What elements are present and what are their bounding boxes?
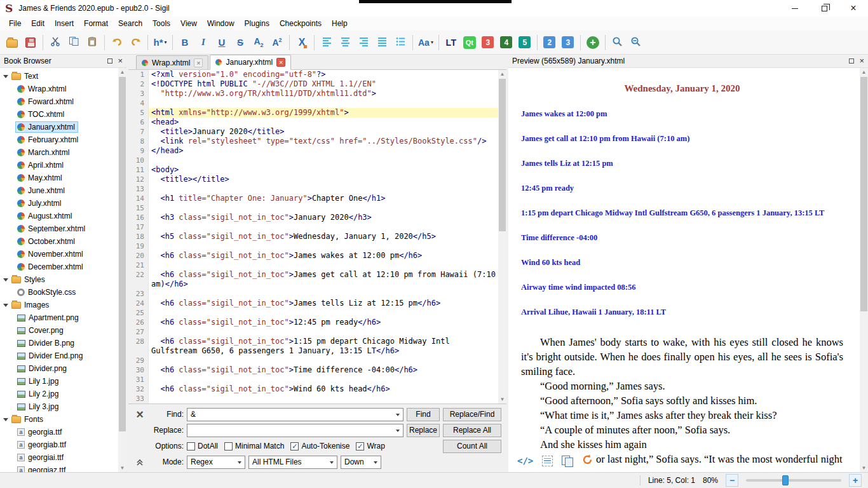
menu-view[interactable]: View: [175, 17, 202, 30]
code-line[interactable]: 19: [128, 241, 498, 251]
toolbar-heading-style-button[interactable]: h*▾: [151, 33, 169, 52]
code-line[interactable]: 6<head>: [128, 118, 498, 127]
code-line[interactable]: 11<body>: [128, 165, 498, 175]
tree-file-georgiab.ttf[interactable]: ageorgiab.ttf: [0, 438, 126, 451]
tree-file-june.xhtml[interactable]: June.xhtml: [0, 184, 126, 197]
tree-file-may.xhtml[interactable]: May.xhtml: [0, 172, 126, 184]
option-dotall[interactable]: DotAll: [187, 442, 218, 451]
scroll-up-icon[interactable]: ▲: [498, 70, 506, 78]
tree-file-divider-end.png[interactable]: Divider End.png: [0, 349, 126, 362]
tree-file-december.xhtml[interactable]: December.xhtml: [0, 261, 126, 273]
scroll-down-icon[interactable]: ▼: [860, 464, 868, 472]
tab-wrap.xhtml[interactable]: Wrap.xhtml×: [136, 55, 208, 69]
checkbox-icon[interactable]: [224, 442, 233, 451]
menu-insert[interactable]: Insert: [50, 17, 79, 30]
option-wrap[interactable]: ✓Wrap: [356, 442, 384, 451]
refresh-icon[interactable]: [581, 454, 593, 468]
tree-file-october.xhtml[interactable]: October.xhtml: [0, 235, 126, 248]
menu-help[interactable]: Help: [327, 17, 353, 30]
toolbar-align-justify-button[interactable]: [373, 33, 391, 52]
toolbar-superscript-button[interactable]: A2: [268, 33, 286, 52]
checkbox-icon[interactable]: ✓: [290, 442, 299, 451]
toolbar-list-button[interactable]: [391, 33, 409, 52]
toolbar-align-center-button[interactable]: [336, 33, 354, 52]
minimize-button[interactable]: [780, 0, 810, 17]
tree-file-toc.xhtml[interactable]: TOC.xhtml: [0, 108, 126, 121]
menu-window[interactable]: Window: [202, 17, 240, 30]
find-input[interactable]: &: [187, 408, 403, 421]
toolbar-plugin-4-button[interactable]: 4: [498, 33, 515, 52]
toolbar-casing-button[interactable]: Aa▾: [416, 33, 435, 52]
tree-file-february.xhtml[interactable]: February.xhtml: [0, 133, 126, 146]
tree-folder-images[interactable]: Images: [0, 299, 126, 311]
toolbar-qt-plugin-button[interactable]: Qt: [461, 33, 478, 52]
tree-file-lily-2.jpg[interactable]: Lily 2.jpg: [0, 388, 126, 400]
toolbar-add-button[interactable]: +: [584, 33, 602, 52]
scroll-thumb[interactable]: [499, 79, 506, 231]
code-line[interactable]: 24 <h6 class="sigil_not_in_toc">James te…: [128, 299, 498, 308]
menu-file[interactable]: File: [4, 17, 26, 30]
toolbar-open-button[interactable]: [3, 33, 21, 52]
menu-search[interactable]: Search: [113, 17, 147, 30]
code-line[interactable]: 27: [128, 327, 498, 337]
menu-edit[interactable]: Edit: [26, 17, 50, 30]
code-line[interactable]: 31: [128, 375, 498, 384]
find-button[interactable]: Find: [407, 408, 440, 421]
zoom-in-button[interactable]: +: [849, 474, 862, 487]
scroll-down-icon[interactable]: ▼: [118, 464, 126, 472]
tree-file-divider.png[interactable]: Divider.png: [0, 362, 126, 375]
code-line[interactable]: 16 <h3 class="sigil_not_in_toc">January …: [128, 213, 498, 222]
toolbar-strikethrough-button[interactable]: S: [231, 33, 249, 52]
tab-close-icon[interactable]: ×: [276, 58, 285, 67]
replace-input[interactable]: [187, 424, 403, 437]
find-close-icon[interactable]: ×: [136, 409, 144, 420]
menu-plugins[interactable]: Plugins: [240, 17, 275, 30]
code-line[interactable]: 10: [128, 156, 498, 165]
scroll-up-icon[interactable]: ▲: [118, 68, 126, 76]
toolbar-epub2-button[interactable]: 2: [541, 33, 559, 52]
toolbar-plugin-5-button[interactable]: 5: [516, 33, 534, 52]
tab-close-icon[interactable]: ×: [194, 58, 203, 67]
replace-all-button[interactable]: Replace All: [443, 424, 501, 437]
close-panel-icon[interactable]: ×: [859, 58, 864, 64]
tree-file-georgiai.ttf[interactable]: ageorgiai.ttf: [0, 451, 126, 464]
tree-file-january.xhtml[interactable]: January.xhtml: [0, 121, 126, 133]
scroll-thumb[interactable]: [119, 77, 126, 431]
tree-file-march.xhtml[interactable]: March.xhtml: [0, 146, 126, 159]
tree-file-georgia.ttf[interactable]: ageorgia.ttf: [0, 426, 126, 438]
zoom-out-button[interactable]: −: [726, 474, 738, 487]
code-line[interactable]: 14 <h1 title="Chapter One: January">Chap…: [128, 194, 498, 203]
tree-file-apartment.png[interactable]: Apartment.png: [0, 311, 126, 324]
tree-file-wrap.xhtml[interactable]: Wrap.xhtml: [0, 83, 126, 95]
code-line[interactable]: 30 <h6 class="sigil_not_in_toc">Time dif…: [128, 365, 498, 375]
menu-format[interactable]: Format: [79, 17, 113, 30]
scroll-up-icon[interactable]: ▲: [860, 68, 868, 76]
code-line[interactable]: 13: [128, 184, 498, 194]
toolbar-underline-button[interactable]: U: [213, 33, 231, 52]
close-panel-icon[interactable]: ×: [118, 58, 123, 64]
select-all-icon[interactable]: [542, 456, 553, 466]
code-line[interactable]: 20 <h6 class="sigil_not_in_toc">James wa…: [128, 251, 498, 261]
code-line[interactable]: 3 "http://www.w3.org/TR/xhtml11/DTD/xhtm…: [128, 89, 498, 98]
code-line[interactable]: 28 <h6 class="sigil_not_in_toc">1:15 pm …: [128, 337, 498, 356]
toolbar-align-left-button[interactable]: [318, 33, 336, 52]
checkbox-icon[interactable]: [187, 442, 195, 451]
toolbar-copy-button[interactable]: [65, 33, 83, 52]
expand-caret-icon[interactable]: [3, 75, 8, 78]
tree-folder-styles[interactable]: Styles: [0, 273, 126, 286]
restore-button[interactable]: [810, 0, 839, 17]
toolbar-bold-button[interactable]: B: [176, 33, 194, 52]
float-panel-icon[interactable]: [849, 58, 854, 64]
close-button[interactable]: ×: [839, 0, 868, 17]
code-line[interactable]: 32 <h6 class="sigil_not_in_toc">Wind 60 …: [128, 384, 498, 394]
zoom-slider[interactable]: [746, 479, 841, 482]
scope-select[interactable]: All HTML Files: [248, 456, 337, 469]
toolbar-remove-formatting-button[interactable]: X: [293, 33, 311, 52]
toolbar-undo-button[interactable]: [108, 33, 126, 52]
toolbar-epub3-button[interactable]: 3: [559, 33, 577, 52]
toolbar-plugin-3-button[interactable]: 3: [479, 33, 497, 52]
code-line[interactable]: 23: [128, 289, 498, 299]
tree-folder-text[interactable]: Text: [0, 70, 126, 83]
tree-file-lily-3.jpg[interactable]: Lily 3.jpg: [0, 400, 126, 413]
option-auto-tokenise[interactable]: ✓Auto-Tokenise: [290, 442, 349, 451]
